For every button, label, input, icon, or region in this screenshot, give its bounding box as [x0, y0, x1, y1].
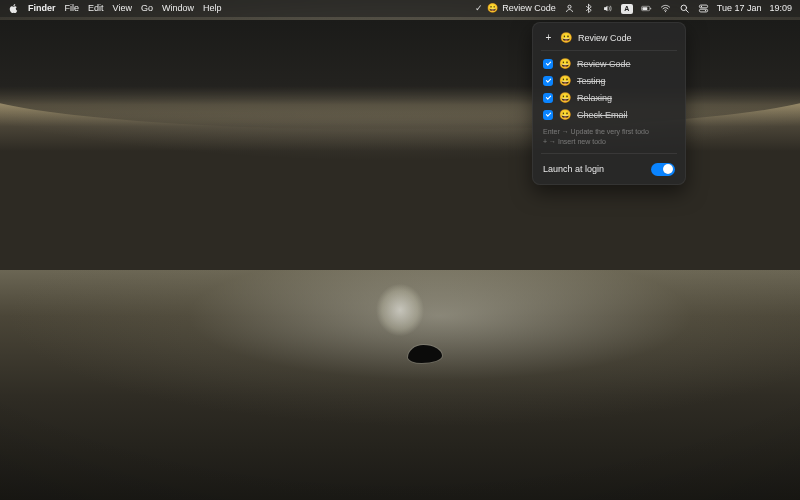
svg-point-0: [568, 5, 571, 8]
menu-help[interactable]: Help: [203, 0, 222, 17]
launch-at-login-label: Launch at login: [543, 164, 604, 174]
todo-task-emoji-icon: 😀: [559, 58, 571, 69]
menu-window[interactable]: Window: [162, 0, 194, 17]
svg-rect-7: [699, 9, 707, 12]
menu-go[interactable]: Go: [141, 0, 153, 17]
checkbox-checked-icon[interactable]: [543, 110, 553, 120]
todo-task-label: Testing: [577, 76, 606, 86]
menu-view[interactable]: View: [113, 0, 132, 17]
todo-menu-check-icon: ✓: [475, 0, 483, 17]
menu-bar-time[interactable]: 19:09: [769, 0, 792, 17]
todo-menu-label: Review Code: [502, 0, 556, 17]
menu-edit[interactable]: Edit: [88, 0, 104, 17]
todo-task-label: Relaxing: [577, 93, 612, 103]
todo-task-emoji-icon: 😀: [559, 75, 571, 86]
checkbox-checked-icon[interactable]: [543, 76, 553, 86]
todo-hint-line: Enter → Update the very first todo: [543, 127, 675, 137]
todo-task-emoji-icon: 😀: [559, 109, 571, 120]
separator: [541, 50, 677, 51]
apple-logo-icon[interactable]: [8, 3, 19, 14]
menu-app-name[interactable]: Finder: [28, 0, 56, 17]
todo-menu-emoji-icon: 😀: [487, 0, 498, 17]
menu-bar: Finder File Edit View Go Window Help ✓ 😀…: [0, 0, 800, 17]
checkbox-checked-icon[interactable]: [543, 93, 553, 103]
separator: [541, 153, 677, 154]
user-switch-icon[interactable]: [564, 3, 575, 14]
todo-task-emoji-icon: 😀: [559, 92, 571, 103]
todo-task-row[interactable]: 😀Relaxing: [533, 89, 685, 106]
todo-header-title: Review Code: [578, 33, 632, 43]
plus-icon: +: [543, 32, 554, 43]
bluetooth-icon[interactable]: [583, 3, 594, 14]
todo-task-row[interactable]: 😀Testing: [533, 72, 685, 89]
menu-bar-date[interactable]: Tue 17 Jan: [717, 0, 762, 17]
volume-icon[interactable]: [602, 3, 613, 14]
todo-task-label: Check Email: [577, 110, 628, 120]
wifi-icon[interactable]: [660, 3, 671, 14]
svg-point-9: [705, 10, 706, 11]
todo-header-emoji-icon: 😀: [560, 32, 572, 43]
checkbox-checked-icon[interactable]: [543, 59, 553, 69]
menu-file[interactable]: File: [65, 0, 80, 17]
todo-dropdown-panel: + 😀 Review Code 😀Review Code😀Testing😀Rel…: [532, 22, 686, 185]
svg-rect-2: [642, 7, 647, 10]
todo-task-row[interactable]: 😀Check Email: [533, 106, 685, 123]
svg-rect-6: [699, 5, 707, 8]
search-icon[interactable]: [679, 3, 690, 14]
launch-at-login-toggle[interactable]: [651, 163, 675, 176]
todo-task-label: Review Code: [577, 59, 631, 69]
todo-menu-extra[interactable]: ✓ 😀 Review Code: [475, 0, 556, 17]
todo-hint-line: + → Insert new todo: [543, 137, 675, 147]
control-center-icon[interactable]: [698, 3, 709, 14]
todo-header-row[interactable]: + 😀 Review Code: [533, 29, 685, 46]
svg-rect-3: [650, 8, 651, 10]
input-source-icon[interactable]: A: [621, 4, 633, 14]
todo-task-row[interactable]: 😀Review Code: [533, 55, 685, 72]
svg-point-8: [701, 6, 702, 7]
todo-hints: Enter → Update the very first todo + → I…: [533, 123, 685, 149]
battery-icon[interactable]: [641, 3, 652, 14]
svg-point-4: [665, 11, 666, 12]
